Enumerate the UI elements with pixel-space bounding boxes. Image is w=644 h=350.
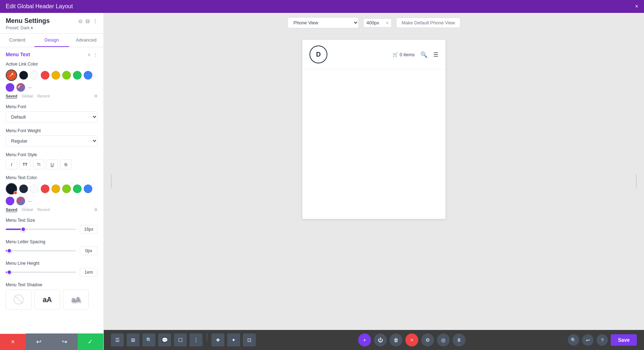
tab-design[interactable]: Design — [34, 34, 69, 47]
menu-text-size-track[interactable] — [6, 229, 76, 230]
shadow-none[interactable] — [6, 289, 31, 310]
menu-text-tab-recent[interactable]: Recent — [37, 207, 50, 212]
swatch-purple[interactable] — [6, 83, 14, 92]
menu-text-swatch-lime[interactable] — [62, 184, 71, 193]
menu-text-settings-icon[interactable]: ⚙ — [94, 207, 98, 212]
svg-line-1 — [15, 296, 23, 303]
toolbar-btn-settings[interactable]: ⚙ — [421, 334, 434, 346]
color-tab-global[interactable]: Global — [21, 94, 33, 99]
collapse-icon[interactable]: ∧ — [87, 52, 91, 57]
font-style-strikethrough[interactable]: S — [60, 159, 72, 169]
menu-text-tab-global[interactable]: Global — [21, 207, 33, 212]
menu-text-swatch-green[interactable] — [73, 184, 82, 193]
menu-letter-spacing-input[interactable] — [80, 246, 98, 255]
toolbar-right-help[interactable]: ? — [596, 334, 608, 346]
shadow-light[interactable]: aA — [34, 289, 60, 310]
shadow-dark[interactable]: aA — [63, 289, 89, 310]
active-link-color-active-swatch[interactable] — [6, 69, 17, 81]
swatch-red[interactable] — [41, 71, 49, 80]
toolbar-btn-widget3[interactable]: ⊡ — [243, 334, 256, 346]
menu-font-weight-label: Menu Font Weight — [6, 128, 98, 133]
active-link-color-swatches: ··· — [6, 69, 98, 92]
preview-header: D 🛒 0 items 🔍 ☰ — [302, 40, 445, 69]
toolbar-btn-target[interactable]: ◎ — [437, 334, 450, 346]
sidebar-title: Menu Settings — [6, 17, 50, 25]
font-style-italic[interactable]: I — [6, 159, 17, 169]
font-style-uppercase[interactable]: TT — [19, 159, 31, 169]
swatch-green[interactable] — [73, 71, 82, 80]
undo-button[interactable]: ↩ — [26, 334, 52, 350]
color-settings-icon[interactable]: ⚙ — [94, 94, 98, 99]
section-icons: ∧ ⋮ — [87, 52, 98, 57]
color-tab-saved[interactable]: Saved — [6, 94, 17, 99]
menu-text-tab-saved[interactable]: Saved — [6, 207, 17, 212]
toolbar-btn-square-frame[interactable]: ☐ — [174, 334, 187, 346]
toolbar-btn-close[interactable]: × — [405, 334, 418, 346]
close-icon[interactable]: × — [635, 3, 638, 10]
phone-view-select[interactable]: Phone View — [287, 17, 359, 28]
save-button[interactable]: Save — [611, 334, 637, 346]
toolbar-right-undo[interactable]: ↩ — [582, 334, 594, 346]
menu-text-swatch-purple[interactable] — [6, 197, 14, 205]
preview-menu-icon[interactable]: ☰ — [433, 51, 438, 58]
cancel-button[interactable]: × — [0, 334, 26, 350]
swatch-blue[interactable] — [84, 71, 92, 80]
menu-text-swatch-red[interactable] — [41, 184, 49, 193]
preview-search-icon[interactable]: 🔍 — [420, 51, 428, 58]
menu-text-shadow-group: Menu Text Shadow aA aA — [6, 282, 98, 310]
toolbar-btn-grid[interactable]: ⊞ — [127, 334, 140, 346]
color-dots[interactable]: ··· — [28, 84, 31, 91]
width-input[interactable] — [366, 20, 384, 25]
menu-text-swatch-white[interactable] — [30, 184, 39, 193]
top-bar-title: Edit Global Header Layout — [6, 3, 73, 10]
sidebar-icon-camera[interactable]: ⊙ — [78, 18, 83, 24]
resize-handle-left[interactable] — [111, 174, 112, 188]
tab-advanced[interactable]: Advanced — [69, 34, 103, 47]
toolbar-btn-add[interactable]: + — [358, 334, 371, 346]
toolbar-btn-pause[interactable]: ⏸ — [453, 334, 465, 346]
toolbar-btn-delete[interactable]: 🗑 — [390, 334, 402, 346]
menu-text-swatch-dark[interactable] — [19, 184, 28, 193]
toolbar-btn-widget1[interactable]: ❖ — [211, 334, 224, 346]
toolbar-right-search[interactable]: 🔍 — [568, 334, 579, 346]
menu-line-height-input[interactable] — [80, 268, 98, 277]
color-tab-recent[interactable]: Recent — [37, 94, 50, 99]
toolbar-btn-chat[interactable]: 💬 — [158, 334, 171, 346]
swatch-yellow-green[interactable] — [62, 71, 71, 80]
menu-text-color-dots[interactable]: ··· — [28, 197, 31, 205]
confirm-button[interactable]: ✓ — [78, 334, 103, 350]
redo-button[interactable]: ↪ — [52, 334, 78, 350]
make-default-btn[interactable]: Make Default Phone View — [396, 18, 460, 28]
active-link-color-tabs: Saved Global Recent ⚙ — [6, 94, 98, 99]
toolbar-btn-dots-v[interactable]: ⋮ — [190, 334, 203, 346]
font-style-underline[interactable]: U — [47, 159, 58, 169]
menu-text-swatch-blue[interactable] — [84, 184, 92, 193]
menu-font-style-label: Menu Font Style — [6, 152, 98, 157]
swatch-pencil[interactable] — [16, 83, 25, 92]
menu-letter-spacing-group: Menu Letter Spacing — [6, 239, 98, 255]
swatch-white[interactable] — [30, 71, 39, 80]
menu-line-height-track[interactable] — [6, 272, 76, 273]
toolbar-btn-power[interactable]: ⏻ — [374, 334, 387, 346]
menu-font-group: Menu Font Default — [6, 104, 98, 123]
toolbar-btn-widget2[interactable]: ✦ — [227, 334, 240, 346]
menu-text-size-input[interactable] — [80, 225, 98, 234]
swatch-yellow[interactable] — [52, 71, 60, 80]
menu-text-swatch-yellow[interactable] — [52, 184, 60, 193]
section-more-icon[interactable]: ⋮ — [93, 52, 98, 57]
sidebar-icon-more[interactable]: ⋮ — [93, 18, 98, 24]
width-clear-icon[interactable]: × — [386, 20, 389, 26]
tab-content[interactable]: Content — [0, 34, 34, 47]
toolbar-btn-search[interactable]: 🔍 — [142, 334, 155, 346]
sidebar-icon-split[interactable]: ⊟ — [86, 18, 90, 24]
menu-text-swatch-pencil[interactable] — [16, 197, 25, 205]
menu-font-select[interactable]: Default — [6, 111, 98, 123]
swatch-black[interactable] — [19, 71, 28, 80]
font-style-capitalize[interactable]: Tt — [33, 159, 44, 169]
active-link-color-label: Active Link Color — [6, 62, 98, 67]
toolbar-btn-hamburger[interactable]: ☰ — [111, 334, 124, 346]
resize-handle-right[interactable] — [636, 174, 637, 188]
menu-font-weight-select[interactable]: Regular — [6, 135, 98, 147]
menu-text-active-swatch[interactable] — [6, 183, 17, 195]
menu-letter-spacing-track[interactable] — [6, 250, 76, 251]
